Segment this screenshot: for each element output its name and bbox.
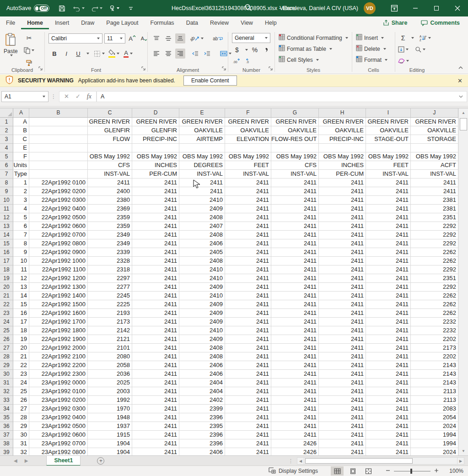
cell-B26[interactable]: 22Apr1992 1900 (29, 335, 88, 344)
vertical-scrollbar[interactable]: ▲ ▼ (458, 108, 468, 455)
redo-dropdown[interactable] (100, 7, 102, 9)
cell-F13[interactable]: 2411 (225, 222, 271, 231)
cell-H2[interactable]: OAKVILLE (319, 126, 366, 135)
cell-F34[interactable]: 2411 (225, 405, 271, 413)
autosave-toggle[interactable]: AutoSave Off (6, 5, 49, 12)
cell-styles-button[interactable]: Cell Styles (279, 55, 319, 65)
insert-button[interactable]: Insert (356, 33, 384, 43)
cell-G13[interactable]: 2411 (271, 222, 319, 231)
cell-D20[interactable]: 2411 (132, 283, 179, 292)
cell-A5[interactable]: F (13, 152, 29, 161)
page-break-view-icon[interactable] (362, 466, 375, 476)
cell-J13[interactable]: 2292 (411, 222, 458, 231)
cell-C17[interactable]: 2328 (88, 257, 132, 265)
clear-dropdown[interactable] (406, 60, 409, 62)
fill-color-icon[interactable] (108, 49, 119, 59)
cell-J25[interactable]: 2232 (411, 326, 458, 335)
cell-C33[interactable]: 1992 (88, 396, 132, 405)
cell-I30[interactable]: 2411 (366, 370, 411, 379)
italic-button[interactable]: I (61, 49, 71, 59)
cell-H11[interactable]: 2411 (319, 205, 366, 213)
cell-I29[interactable]: 2411 (366, 361, 411, 370)
select-all-corner[interactable] (0, 108, 13, 118)
cell-E18[interactable]: 2410 (179, 265, 225, 274)
cell-B38[interactable]: 23Apr1992 0700 (29, 439, 88, 448)
cell-I27[interactable]: 2411 (366, 344, 411, 352)
autosum-icon[interactable]: Σ (398, 33, 408, 43)
redo-icon[interactable] (91, 3, 102, 13)
cell-J9[interactable]: 2411 (411, 187, 458, 196)
increase-decimal-icon[interactable]: .00 (232, 56, 242, 66)
cell-E26[interactable]: 2409 (179, 335, 225, 344)
cell-F7[interactable]: INST-VAL (225, 170, 271, 178)
close-icon[interactable] (447, 0, 468, 16)
cell-A30[interactable]: 23 (13, 370, 29, 379)
cell-I25[interactable]: 2411 (366, 326, 411, 335)
cell-B14[interactable]: 22Apr1992 0700 (29, 231, 88, 239)
cell-G14[interactable]: 2411 (271, 231, 319, 239)
cell-D1[interactable]: GREEN RIVER (132, 118, 179, 126)
cell-E20[interactable]: 2409 (179, 283, 225, 292)
cell-C13[interactable]: 2359 (88, 222, 132, 231)
cell-G17[interactable]: 2411 (271, 257, 319, 265)
find-select-icon[interactable] (415, 44, 425, 54)
cell-B36[interactable]: 23Apr1992 0500 (29, 422, 88, 431)
cell-H35[interactable]: 2411 (319, 413, 366, 422)
cell-D19[interactable]: 2411 (132, 274, 179, 283)
clear-icon[interactable] (398, 56, 409, 66)
column-header-F[interactable]: F (225, 108, 271, 118)
cell-I21[interactable]: 2411 (366, 292, 411, 300)
row-header-37[interactable]: 37 (0, 431, 13, 439)
cell-B12[interactable]: 22Apr1992 0500 (29, 213, 88, 222)
cell-H33[interactable]: 2411 (319, 396, 366, 405)
cell-E11[interactable]: 2409 (179, 205, 225, 213)
cell-D6[interactable]: INCHES (132, 161, 179, 170)
cell-B1[interactable] (29, 118, 88, 126)
tab-draw[interactable]: Draw (75, 16, 100, 29)
horizontal-scrollbar[interactable]: ⋮ ◀ ▶ (288, 457, 464, 465)
font-size-select[interactable]: 11 (104, 33, 125, 43)
row-header-19[interactable]: 19 (0, 274, 13, 283)
cell-I28[interactable]: 2411 (366, 352, 411, 361)
cell-A20[interactable]: 13 (13, 283, 29, 292)
decrease-indent-icon[interactable] (190, 49, 200, 59)
cell-I23[interactable]: 2411 (366, 309, 411, 318)
cell-J18[interactable]: 2292 (411, 265, 458, 274)
cell-J4[interactable] (411, 144, 458, 152)
cell-C15[interactable]: 2349 (88, 239, 132, 248)
underline-button[interactable]: U (73, 49, 83, 59)
row-header-17[interactable]: 17 (0, 257, 13, 265)
cell-C38[interactable]: 1904 (88, 439, 132, 448)
row-header-21[interactable]: 21 (0, 292, 13, 300)
cell-F23[interactable]: 2411 (225, 309, 271, 318)
cell-F20[interactable]: 2411 (225, 283, 271, 292)
cell-D37[interactable]: 2411 (132, 431, 179, 439)
cell-C6[interactable]: CFS (88, 161, 132, 170)
bold-button[interactable]: B (49, 49, 59, 59)
cell-F14[interactable]: 2411 (225, 231, 271, 239)
cell-B11[interactable]: 22Apr1992 0400 (29, 205, 88, 213)
cell-G16[interactable]: 2411 (271, 248, 319, 257)
font-color-icon[interactable]: A (123, 49, 133, 59)
cell-E15[interactable]: 2406 (179, 239, 225, 248)
cell-G10[interactable]: 2411 (271, 196, 319, 205)
cell-E38[interactable]: 2396 (179, 439, 225, 448)
cell-E13[interactable]: 2407 (179, 222, 225, 231)
cell-F19[interactable]: 2411 (225, 274, 271, 283)
cell-H5[interactable]: OBS May 1992 (319, 152, 366, 161)
cell-J10[interactable]: 2381 (411, 196, 458, 205)
cell-G12[interactable]: 2411 (271, 213, 319, 222)
row-header-8[interactable]: 8 (0, 178, 13, 187)
cell-H15[interactable]: 2411 (319, 239, 366, 248)
cell-J20[interactable]: 2292 (411, 283, 458, 292)
cell-G32[interactable]: 2411 (271, 387, 319, 396)
cell-F12[interactable]: 2411 (225, 213, 271, 222)
cell-J33[interactable]: 2113 (411, 396, 458, 405)
sort-filter-icon[interactable]: AZ (420, 33, 431, 43)
new-sheet-icon[interactable]: + (97, 457, 104, 465)
cell-G8[interactable]: 2411 (271, 178, 319, 187)
cell-E10[interactable]: 2410 (179, 196, 225, 205)
cell-B8[interactable]: 22Apr1992 0100 (29, 178, 88, 187)
cell-E23[interactable]: 2409 (179, 309, 225, 318)
cell-H13[interactable]: 2411 (319, 222, 366, 231)
